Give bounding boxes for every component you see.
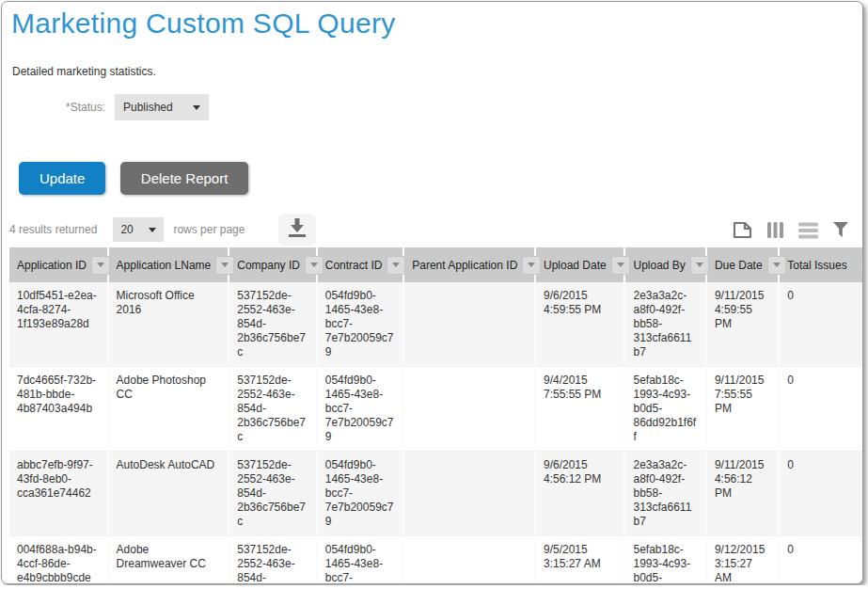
table-cell: 7dc4665f-732b-481b-bbde-4b87403a494b (9, 367, 109, 452)
table-cell: 5efab18c-1993-4c93-b0d5-86dd92b1f6ff (625, 536, 706, 584)
column-dropdown-button[interactable] (611, 256, 630, 275)
action-buttons: Update Delete Report (2, 162, 862, 195)
filter-icon[interactable] (832, 221, 849, 238)
table-cell: abbc7efb-9f97-43fd-8eb0-cca361e74462 (9, 452, 109, 536)
table-cell: 9/6/2015 4:59:55 PM (536, 282, 626, 367)
column-header[interactable]: Application LName (109, 247, 230, 282)
table-cell: 054fd9b0-1465-43e8-bcc7-7e7b20059c79 (318, 282, 404, 367)
table-cell: Adobe Photoshop CC (109, 367, 230, 452)
column-header[interactable]: Parent Application ID (404, 247, 536, 282)
download-icon (287, 218, 308, 241)
download-button[interactable] (278, 214, 316, 246)
chevron-down-icon (97, 263, 104, 267)
table-cell: 9/5/2015 3:15:27 AM (536, 536, 626, 584)
page-size-value: 20 (120, 223, 133, 236)
column-dropdown-button[interactable] (767, 256, 786, 275)
status-select-value: Published (123, 101, 173, 114)
grid-toolbar (733, 221, 849, 239)
table-cell: 537152de-2552-463e-854d-2b36c756be7c (229, 282, 318, 367)
column-header-label: Total Issues (787, 259, 846, 272)
table-cell: 5efab18c-1993-4c93-b0d5-86dd92b1f6ff (625, 367, 706, 452)
column-header[interactable]: Due Date (707, 247, 780, 282)
table-cell: 054fd9b0-1465-43e8-bcc7-7e7b20059c79 (318, 452, 404, 536)
column-header-label: Company ID (237, 259, 300, 272)
table-cell (404, 452, 536, 536)
column-header-label: Upload By (633, 259, 685, 272)
table-cell: 9/6/2015 4:56:12 PM (536, 452, 626, 536)
delete-report-button[interactable]: Delete Report (120, 162, 249, 195)
table-body: 10df5451-e2ea-4cfa-8274-1f193e89a28dMicr… (9, 282, 863, 584)
update-button[interactable]: Update (19, 162, 105, 195)
status-label: *Status: (2, 101, 105, 114)
table-cell: 537152de-2552-463e-854d-2b36c756be7c (229, 452, 318, 536)
column-header-label: Contract ID (325, 259, 383, 272)
table-header-row: Application IDApplication LNameCompany I… (9, 247, 863, 282)
columns-icon[interactable] (766, 221, 784, 239)
column-dropdown-button[interactable] (305, 256, 324, 275)
table-cell: 9/4/2015 7:55:55 PM (536, 367, 626, 452)
column-header[interactable]: Upload By (625, 247, 706, 282)
table-cell: 9/11/2015 4:59:55 PM (707, 282, 780, 367)
table-cell: 0 (780, 282, 863, 367)
table-cell: Adobe Dreamweaver CC (109, 536, 230, 584)
table-cell (404, 367, 536, 452)
status-select[interactable]: Published (115, 94, 209, 120)
chevron-down-icon (310, 263, 318, 267)
table-row: 7dc4665f-732b-481b-bbde-4b87403a494bAdob… (9, 367, 863, 452)
table-cell: 054fd9b0-1465-43e8-bcc7-7e7b20059c79 (318, 536, 404, 584)
table-cell: 2e3a3a2c-a8f0-492f-bb58-313cfa6611b7 (625, 282, 706, 367)
column-dropdown-button[interactable] (387, 256, 405, 275)
table-cell (404, 282, 536, 367)
column-header[interactable]: Company ID (229, 247, 318, 282)
page-subtitle: Detailed marketing statistics. (12, 65, 862, 78)
chevron-down-icon (696, 263, 703, 267)
table-cell: 0 (780, 367, 863, 452)
column-header[interactable]: Upload Date (536, 247, 626, 282)
column-header-label: Application LName (117, 259, 212, 272)
report-page: Marketing Custom SQL Query Detailed mark… (1, 1, 863, 584)
column-header[interactable]: Total Issues (780, 247, 863, 282)
table-row: abbc7efb-9f97-43fd-8eb0-cca361e74462Auto… (9, 452, 863, 536)
table-cell: Microsoft Office 2016 (109, 282, 230, 367)
column-dropdown-button[interactable] (91, 256, 110, 275)
chevron-down-icon (528, 263, 535, 267)
column-header[interactable]: Application ID (9, 247, 109, 282)
table-cell (404, 536, 536, 584)
column-dropdown-button[interactable] (690, 256, 709, 275)
table-cell: AutoDesk AutoCAD (109, 452, 230, 536)
rows-per-page-label: rows per page (173, 223, 245, 236)
table-cell: 2e3a3a2c-a8f0-492f-bb58-313cfa6611b7 (625, 452, 706, 536)
column-header-label: Due Date (715, 259, 763, 272)
table-row: 10df5451-e2ea-4cfa-8274-1f193e89a28dMicr… (9, 282, 863, 367)
results-bar: 4 results returned 20 rows per page (2, 214, 862, 246)
table-cell: 0 (780, 452, 863, 536)
table-cell: 537152de-2552-463e-854d-2b36c756be7c (229, 536, 318, 584)
table-cell: 537152de-2552-463e-854d-2b36c756be7c (229, 367, 318, 452)
chevron-down-icon (193, 105, 200, 110)
results-table-container: Application IDApplication LNameCompany I… (9, 247, 863, 584)
table-cell: 10df5451-e2ea-4cfa-8274-1f193e89a28d (9, 282, 109, 367)
table-cell: 0 (780, 536, 863, 584)
page-size-select[interactable]: 20 (113, 217, 164, 242)
table-cell: 9/11/2015 7:55:55 PM (707, 367, 780, 452)
chevron-down-icon (392, 263, 400, 267)
table-row: 004f688a-b94b-4ccf-86de-e4b9cbbb9cdeAdob… (9, 536, 863, 584)
table-cell: 9/11/2015 4:56:12 PM (707, 452, 780, 536)
chevron-down-icon (617, 263, 624, 267)
chevron-down-icon (773, 263, 781, 267)
column-header[interactable]: Contract ID (318, 247, 404, 282)
column-dropdown-button[interactable] (860, 256, 863, 275)
table-cell: 9/12/2015 3:15:27 AM (707, 536, 780, 584)
column-header-label: Upload Date (544, 259, 607, 272)
column-dropdown-button[interactable] (215, 256, 234, 275)
chevron-down-icon (149, 228, 156, 232)
list-icon[interactable] (798, 221, 818, 239)
table-cell: 004f688a-b94b-4ccf-86de-e4b9cbbb9cde (9, 536, 109, 584)
column-header-label: Application ID (17, 259, 87, 272)
document-icon[interactable] (733, 221, 752, 239)
column-dropdown-button[interactable] (522, 256, 541, 275)
results-table: Application IDApplication LNameCompany I… (9, 247, 863, 584)
chevron-down-icon (221, 263, 229, 267)
column-header-label: Parent Application ID (412, 259, 517, 272)
table-cell: 054fd9b0-1465-43e8-bcc7-7e7b20059c79 (318, 367, 404, 452)
